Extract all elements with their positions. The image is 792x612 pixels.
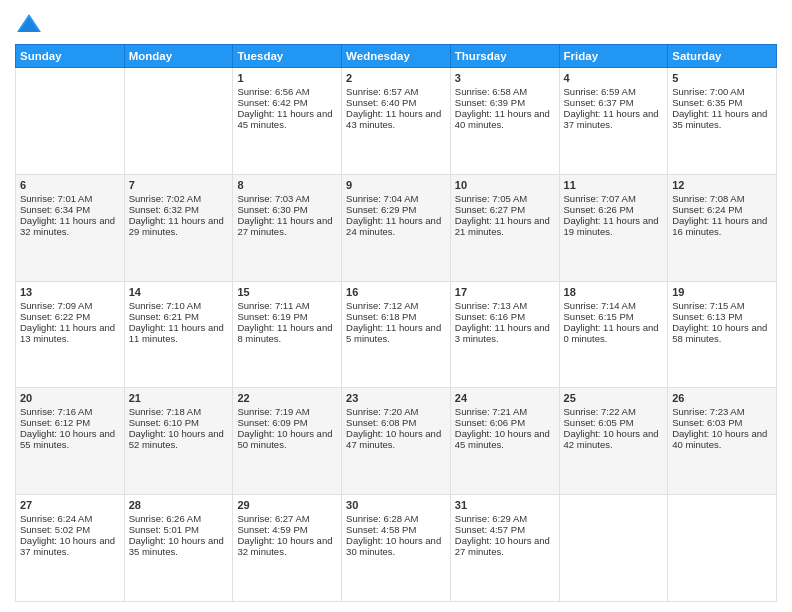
calendar-cell: 9Sunrise: 7:04 AMSunset: 6:29 PMDaylight… (342, 174, 451, 281)
sunset-text: Sunset: 6:03 PM (672, 417, 772, 428)
daylight-text: Daylight: 10 hours and 32 minutes. (237, 535, 337, 557)
calendar-cell: 19Sunrise: 7:15 AMSunset: 6:13 PMDayligh… (668, 281, 777, 388)
daylight-text: Daylight: 11 hours and 29 minutes. (129, 215, 229, 237)
calendar-table: SundayMondayTuesdayWednesdayThursdayFrid… (15, 44, 777, 602)
sunrise-text: Sunrise: 7:02 AM (129, 193, 229, 204)
calendar-cell: 22Sunrise: 7:19 AMSunset: 6:09 PMDayligh… (233, 388, 342, 495)
day-number: 12 (672, 179, 772, 191)
calendar-cell: 18Sunrise: 7:14 AMSunset: 6:15 PMDayligh… (559, 281, 668, 388)
calendar-cell: 13Sunrise: 7:09 AMSunset: 6:22 PMDayligh… (16, 281, 125, 388)
weekday-header: Saturday (668, 45, 777, 68)
sunrise-text: Sunrise: 7:03 AM (237, 193, 337, 204)
sunset-text: Sunset: 6:27 PM (455, 204, 555, 215)
weekday-header: Tuesday (233, 45, 342, 68)
sunrise-text: Sunrise: 7:23 AM (672, 406, 772, 417)
calendar-cell: 30Sunrise: 6:28 AMSunset: 4:58 PMDayligh… (342, 495, 451, 602)
sunrise-text: Sunrise: 6:24 AM (20, 513, 120, 524)
sunrise-text: Sunrise: 7:20 AM (346, 406, 446, 417)
sunset-text: Sunset: 6:42 PM (237, 97, 337, 108)
calendar-cell: 4Sunrise: 6:59 AMSunset: 6:37 PMDaylight… (559, 68, 668, 175)
daylight-text: Daylight: 10 hours and 40 minutes. (672, 428, 772, 450)
sunrise-text: Sunrise: 7:21 AM (455, 406, 555, 417)
sunrise-text: Sunrise: 6:59 AM (564, 86, 664, 97)
daylight-text: Daylight: 10 hours and 42 minutes. (564, 428, 664, 450)
daylight-text: Daylight: 10 hours and 27 minutes. (455, 535, 555, 557)
day-number: 23 (346, 392, 446, 404)
sunrise-text: Sunrise: 6:58 AM (455, 86, 555, 97)
sunrise-text: Sunrise: 7:19 AM (237, 406, 337, 417)
logo (15, 10, 47, 38)
calendar-cell: 24Sunrise: 7:21 AMSunset: 6:06 PMDayligh… (450, 388, 559, 495)
calendar-cell: 16Sunrise: 7:12 AMSunset: 6:18 PMDayligh… (342, 281, 451, 388)
sunrise-text: Sunrise: 7:22 AM (564, 406, 664, 417)
day-number: 28 (129, 499, 229, 511)
day-number: 29 (237, 499, 337, 511)
daylight-text: Daylight: 11 hours and 8 minutes. (237, 322, 337, 344)
daylight-text: Daylight: 10 hours and 50 minutes. (237, 428, 337, 450)
calendar-week-row: 13Sunrise: 7:09 AMSunset: 6:22 PMDayligh… (16, 281, 777, 388)
sunset-text: Sunset: 6:08 PM (346, 417, 446, 428)
sunset-text: Sunset: 6:26 PM (564, 204, 664, 215)
sunset-text: Sunset: 6:10 PM (129, 417, 229, 428)
daylight-text: Daylight: 11 hours and 45 minutes. (237, 108, 337, 130)
daylight-text: Daylight: 11 hours and 16 minutes. (672, 215, 772, 237)
day-number: 5 (672, 72, 772, 84)
day-number: 6 (20, 179, 120, 191)
day-number: 18 (564, 286, 664, 298)
day-number: 16 (346, 286, 446, 298)
calendar-cell: 11Sunrise: 7:07 AMSunset: 6:26 PMDayligh… (559, 174, 668, 281)
sunrise-text: Sunrise: 6:26 AM (129, 513, 229, 524)
sunset-text: Sunset: 6:22 PM (20, 311, 120, 322)
day-number: 31 (455, 499, 555, 511)
calendar-cell: 3Sunrise: 6:58 AMSunset: 6:39 PMDaylight… (450, 68, 559, 175)
day-number: 7 (129, 179, 229, 191)
day-number: 9 (346, 179, 446, 191)
day-number: 8 (237, 179, 337, 191)
sunset-text: Sunset: 6:24 PM (672, 204, 772, 215)
daylight-text: Daylight: 11 hours and 27 minutes. (237, 215, 337, 237)
daylight-text: Daylight: 10 hours and 55 minutes. (20, 428, 120, 450)
daylight-text: Daylight: 11 hours and 37 minutes. (564, 108, 664, 130)
sunrise-text: Sunrise: 7:01 AM (20, 193, 120, 204)
calendar-page: SundayMondayTuesdayWednesdayThursdayFrid… (0, 0, 792, 612)
calendar-cell (559, 495, 668, 602)
daylight-text: Daylight: 10 hours and 58 minutes. (672, 322, 772, 344)
calendar-cell: 17Sunrise: 7:13 AMSunset: 6:16 PMDayligh… (450, 281, 559, 388)
day-number: 30 (346, 499, 446, 511)
daylight-text: Daylight: 11 hours and 35 minutes. (672, 108, 772, 130)
calendar-cell: 2Sunrise: 6:57 AMSunset: 6:40 PMDaylight… (342, 68, 451, 175)
day-number: 25 (564, 392, 664, 404)
sunset-text: Sunset: 6:39 PM (455, 97, 555, 108)
daylight-text: Daylight: 11 hours and 11 minutes. (129, 322, 229, 344)
daylight-text: Daylight: 11 hours and 40 minutes. (455, 108, 555, 130)
sunset-text: Sunset: 6:05 PM (564, 417, 664, 428)
daylight-text: Daylight: 11 hours and 32 minutes. (20, 215, 120, 237)
calendar-cell: 12Sunrise: 7:08 AMSunset: 6:24 PMDayligh… (668, 174, 777, 281)
weekday-header-row: SundayMondayTuesdayWednesdayThursdayFrid… (16, 45, 777, 68)
calendar-cell: 25Sunrise: 7:22 AMSunset: 6:05 PMDayligh… (559, 388, 668, 495)
sunrise-text: Sunrise: 6:28 AM (346, 513, 446, 524)
weekday-header: Thursday (450, 45, 559, 68)
sunrise-text: Sunrise: 7:12 AM (346, 300, 446, 311)
sunrise-text: Sunrise: 7:16 AM (20, 406, 120, 417)
day-number: 20 (20, 392, 120, 404)
daylight-text: Daylight: 11 hours and 24 minutes. (346, 215, 446, 237)
sunrise-text: Sunrise: 7:09 AM (20, 300, 120, 311)
daylight-text: Daylight: 10 hours and 45 minutes. (455, 428, 555, 450)
daylight-text: Daylight: 11 hours and 3 minutes. (455, 322, 555, 344)
calendar-week-row: 6Sunrise: 7:01 AMSunset: 6:34 PMDaylight… (16, 174, 777, 281)
calendar-cell: 23Sunrise: 7:20 AMSunset: 6:08 PMDayligh… (342, 388, 451, 495)
sunrise-text: Sunrise: 7:05 AM (455, 193, 555, 204)
sunset-text: Sunset: 4:57 PM (455, 524, 555, 535)
sunset-text: Sunset: 6:35 PM (672, 97, 772, 108)
weekday-header: Wednesday (342, 45, 451, 68)
sunset-text: Sunset: 6:32 PM (129, 204, 229, 215)
calendar-cell: 31Sunrise: 6:29 AMSunset: 4:57 PMDayligh… (450, 495, 559, 602)
day-number: 22 (237, 392, 337, 404)
sunset-text: Sunset: 5:01 PM (129, 524, 229, 535)
daylight-text: Daylight: 11 hours and 5 minutes. (346, 322, 446, 344)
daylight-text: Daylight: 10 hours and 30 minutes. (346, 535, 446, 557)
logo-icon (15, 10, 43, 38)
sunrise-text: Sunrise: 7:15 AM (672, 300, 772, 311)
sunrise-text: Sunrise: 6:29 AM (455, 513, 555, 524)
